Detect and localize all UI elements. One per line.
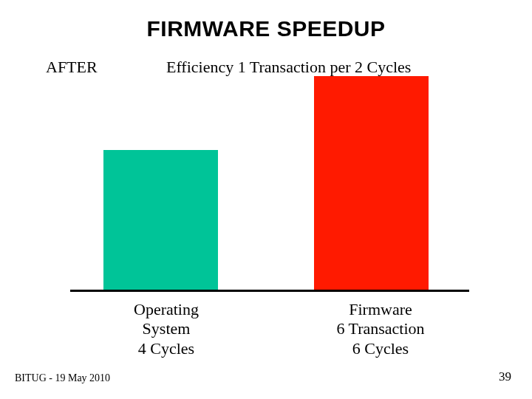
x-label-left-line2: System: [143, 319, 191, 338]
bar-firmware: [314, 76, 429, 290]
slide-title: FIRMWARE SPEEDUP: [0, 16, 532, 41]
x-label-left: Operating System 4 Cycles: [81, 300, 251, 358]
page-number: 39: [499, 369, 511, 384]
x-label-right-line3: 6 Cycles: [352, 339, 409, 358]
x-label-left-line3: 4 Cycles: [138, 339, 194, 358]
x-label-right-line1: Firmware: [349, 300, 412, 318]
chart-area: [70, 74, 469, 292]
slide: FIRMWARE SPEEDUP AFTER Efficiency 1 Tran…: [0, 0, 532, 399]
bar-operating-system: [103, 150, 218, 290]
x-label-left-line1: Operating: [134, 300, 199, 318]
x-label-right: Firmware 6 Transaction 6 Cycles: [296, 300, 466, 358]
x-label-right-line2: 6 Transaction: [336, 319, 424, 338]
chart-baseline: [70, 290, 469, 292]
footer-date: BITUG - 19 May 2010: [15, 372, 110, 384]
